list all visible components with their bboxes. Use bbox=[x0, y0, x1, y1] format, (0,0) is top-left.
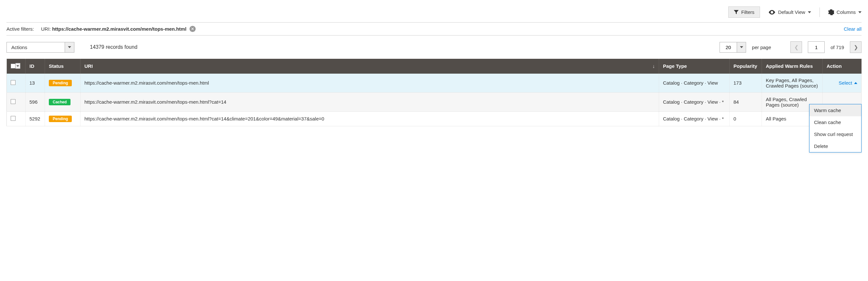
cell-popularity: 0 bbox=[730, 111, 762, 126]
of-pages-label: of 719 bbox=[831, 44, 844, 50]
cell-uri: https://cache-warmer.m2.mirasvit.com/men… bbox=[81, 92, 659, 111]
filter-icon bbox=[734, 10, 739, 14]
clear-all-link[interactable]: Clear all bbox=[844, 26, 862, 32]
actions-select[interactable]: Actions bbox=[6, 42, 74, 52]
active-filters-bar: Active filters: URI: https://cache-warme… bbox=[6, 22, 862, 36]
action-warm-cache[interactable]: Warm cache bbox=[809, 104, 861, 116]
per-page-label: per page bbox=[752, 44, 771, 50]
cell-popularity: 84 bbox=[730, 92, 762, 111]
cell-id: 5292 bbox=[26, 111, 45, 126]
row-checkbox[interactable] bbox=[11, 80, 16, 85]
table-row: 596 Cached https://cache-warmer.m2.miras… bbox=[7, 92, 862, 111]
col-rules[interactable]: Applied Warm Rules bbox=[762, 59, 823, 74]
actions-label: Actions bbox=[6, 42, 65, 52]
filter-chip-prefix: URI: bbox=[41, 26, 51, 32]
default-view-toggle[interactable]: Default View bbox=[768, 9, 811, 15]
table-row: 5292 Pending https://cache-warmer.m2.mir… bbox=[7, 111, 862, 126]
prev-page-button[interactable]: ❮ bbox=[790, 41, 802, 53]
current-page-input[interactable] bbox=[808, 41, 825, 53]
table-row: 13 Pending https://cache-warmer.m2.miras… bbox=[7, 74, 862, 93]
filters-button[interactable]: Filters bbox=[728, 6, 760, 18]
cell-rules: Key Pages, All Pages, Crawled Pages (sou… bbox=[762, 74, 823, 93]
remove-filter-icon[interactable]: ✕ bbox=[189, 26, 196, 32]
col-uri[interactable]: URI↓ bbox=[81, 59, 659, 74]
chevron-down-icon bbox=[68, 46, 71, 48]
select-all-dropdown[interactable] bbox=[16, 63, 20, 69]
row-action-select[interactable]: Select bbox=[839, 80, 857, 85]
col-page-type[interactable]: Page Type bbox=[659, 59, 730, 74]
cell-uri: https://cache-warmer.m2.mirasvit.com/men… bbox=[81, 74, 659, 93]
cell-page-type: Catalog · Category · View bbox=[659, 74, 730, 93]
page-size-dropdown-toggle[interactable] bbox=[737, 42, 746, 52]
filter-chip: URI: https://cache-warmer.m2.mirasvit.co… bbox=[41, 26, 196, 32]
data-grid: ID Status URI↓ Page Type Popularity Appl… bbox=[6, 59, 862, 126]
chevron-down-icon bbox=[808, 11, 811, 13]
col-checkbox[interactable] bbox=[7, 59, 26, 74]
columns-label: Columns bbox=[837, 9, 856, 15]
records-found: 14379 records found bbox=[90, 44, 137, 50]
cell-page-type: Catalog · Category · View · * bbox=[659, 92, 730, 111]
controls-row: Actions 14379 records found per page ❮ o… bbox=[6, 36, 862, 59]
cell-id: 13 bbox=[26, 74, 45, 93]
cell-uri: https://cache-warmer.m2.mirasvit.com/men… bbox=[81, 111, 659, 126]
top-toolbar: Filters Default View Columns bbox=[6, 5, 862, 22]
gear-icon bbox=[828, 9, 834, 15]
row-checkbox[interactable] bbox=[11, 116, 16, 121]
status-badge: Pending bbox=[49, 116, 72, 122]
filter-chip-value: https://cache-warmer.m2.mirasvit.com/men… bbox=[52, 26, 186, 32]
cell-page-type: Catalog · Category · View · * bbox=[659, 111, 730, 126]
chevron-down-icon bbox=[740, 46, 743, 48]
eye-icon bbox=[768, 10, 776, 14]
page-size-select[interactable] bbox=[719, 42, 746, 52]
actions-dropdown-toggle[interactable] bbox=[65, 42, 74, 52]
default-view-label: Default View bbox=[778, 9, 805, 15]
col-id[interactable]: ID bbox=[26, 59, 45, 74]
status-badge: Cached bbox=[49, 99, 70, 105]
action-clean-cache[interactable]: Clean cache bbox=[809, 116, 861, 128]
page-size-input[interactable] bbox=[719, 42, 737, 52]
filters-label: Filters bbox=[741, 9, 754, 15]
active-filters-label: Active filters: bbox=[6, 26, 34, 32]
chevron-down-icon bbox=[858, 11, 862, 13]
col-action[interactable]: Action bbox=[823, 59, 862, 74]
cell-popularity: 173 bbox=[730, 74, 762, 93]
divider bbox=[819, 7, 820, 17]
sort-desc-icon: ↓ bbox=[653, 63, 655, 69]
chevron-up-icon bbox=[854, 82, 857, 84]
action-show-curl[interactable]: Show curl request bbox=[809, 128, 861, 132]
row-checkbox[interactable] bbox=[11, 99, 16, 104]
status-badge: Pending bbox=[49, 80, 72, 86]
select-all-checkbox[interactable] bbox=[11, 64, 16, 68]
cell-id: 596 bbox=[26, 92, 45, 111]
next-page-button[interactable]: ❯ bbox=[850, 41, 862, 53]
col-popularity[interactable]: Popularity bbox=[730, 59, 762, 74]
table-header-row: ID Status URI↓ Page Type Popularity Appl… bbox=[7, 59, 862, 74]
col-status[interactable]: Status bbox=[45, 59, 81, 74]
row-action-menu: Warm cache Clean cache Show curl request… bbox=[809, 104, 862, 132]
columns-toggle[interactable]: Columns bbox=[828, 9, 862, 15]
